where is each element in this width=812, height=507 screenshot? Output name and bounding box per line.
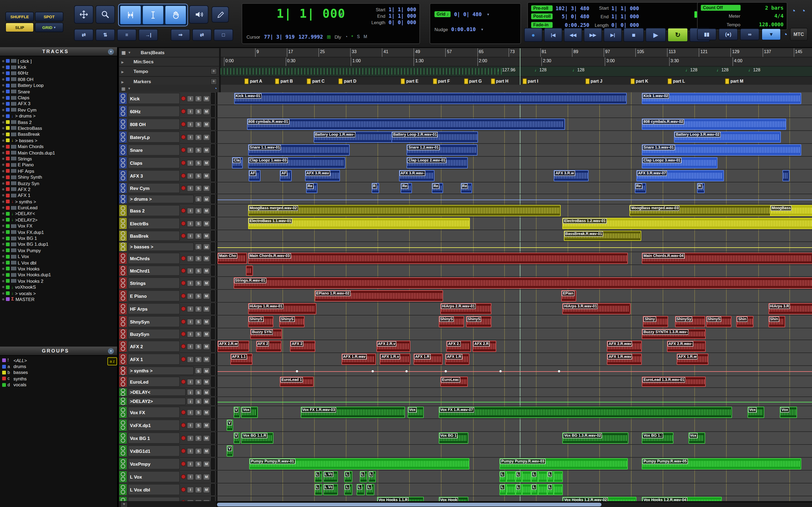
minsec-ruler-header[interactable]: ▶ Min:Secs xyxy=(119,57,221,66)
audio-clip[interactable]: L Vc xyxy=(323,471,338,482)
mute-button[interactable]: M xyxy=(203,196,210,202)
mtc-button[interactable]: MTC xyxy=(790,28,808,41)
mute-button[interactable]: M xyxy=(203,486,210,493)
track-freeze-icon[interactable] xyxy=(121,137,125,142)
track-lane[interactable]: AFAFAFX 3.R.wavAFX 3.R.wav-AFX 3.R.wAFX … xyxy=(217,170,812,182)
solo-button[interactable]: S xyxy=(195,243,202,250)
track-list-item[interactable]: Kick xyxy=(2,64,117,70)
solo-button[interactable]: S xyxy=(195,486,202,493)
track-color-tab[interactable] xyxy=(119,433,127,444)
track-color-tab[interactable] xyxy=(119,407,127,418)
record-enable-button[interactable] xyxy=(181,281,186,285)
record-enable-button[interactable] xyxy=(181,449,186,453)
track-visibility-dot[interactable] xyxy=(2,274,4,276)
audio-clip[interactable]: 808 cymbals.R.wav-01 xyxy=(247,119,565,130)
audio-clip[interactable]: Vox Hooks 1.2.R.wav-04 xyxy=(642,497,721,501)
track-color-tab[interactable] xyxy=(119,388,127,396)
track-name-button[interactable]: VoxPmpy xyxy=(128,458,180,469)
track-list-item[interactable]: HF Arps xyxy=(2,168,117,174)
marker-item[interactable]: part C xyxy=(307,78,325,84)
audio-clip[interactable] xyxy=(506,484,516,495)
track-list-item[interactable]: AFX 1 xyxy=(2,192,117,199)
track-lane[interactable] xyxy=(217,194,812,204)
audio-clip[interactable]: Shin xyxy=(768,316,785,327)
automation-breakpoint[interactable] xyxy=(371,370,373,372)
audio-clip[interactable]: AFX 2.R.w xyxy=(217,341,249,352)
bars-ruler-header[interactable]: ▦ ▼ Bars|Beats xyxy=(119,48,221,57)
track-name-button[interactable]: 60Hz xyxy=(128,106,180,117)
bars-ruler-lane[interactable]: 9172533414957657381899710511312112913714… xyxy=(221,48,812,57)
audio-clip[interactable]: L xyxy=(516,471,522,482)
audio-clip[interactable]: ElectroBass 1.1.wav-01 xyxy=(248,218,470,229)
audio-clip[interactable]: Vox xyxy=(241,407,258,418)
track-name-button[interactable]: > basses > xyxy=(128,242,194,251)
track-options-icon[interactable] xyxy=(121,171,125,175)
track-freeze-icon[interactable] xyxy=(121,464,125,469)
audio-clip[interactable]: L xyxy=(315,471,322,482)
tab-to-transient-button[interactable]: →| xyxy=(139,29,158,41)
track-lane[interactable]: LL VcLLLLLLL xyxy=(217,470,812,483)
mute-button[interactable]: M xyxy=(203,356,210,362)
track-freeze-icon[interactable] xyxy=(121,382,125,386)
track-visibility-dot[interactable] xyxy=(2,158,4,160)
track-lane[interactable] xyxy=(217,105,812,117)
solo-button[interactable]: S xyxy=(195,499,202,501)
track-options-icon[interactable] xyxy=(121,253,125,258)
track-list-item[interactable]: 808 OH xyxy=(2,76,117,82)
input-monitor-button[interactable]: I xyxy=(187,356,194,362)
audio-clip[interactable] xyxy=(538,484,547,495)
audio-clip[interactable]: MoogBass xyxy=(770,205,812,216)
solo-button[interactable]: S xyxy=(195,172,202,179)
record-enable-button[interactable] xyxy=(181,410,186,415)
trim-tool-button[interactable] xyxy=(120,5,141,25)
input-monitor-button[interactable]: I xyxy=(187,185,194,191)
mute-button[interactable]: M xyxy=(203,95,210,102)
track-lane[interactable]: ShinySShinySShinySShinySShinyShinySyShin… xyxy=(217,316,812,328)
tempo-mark[interactable]: ♩128 xyxy=(716,68,728,72)
solo-button[interactable]: S xyxy=(195,220,202,227)
audio-clip[interactable]: AFX 1.R xyxy=(445,353,469,365)
track-lane[interactable]: 808 cymbals.R.wav-01808 cymbals.R.wav-02 xyxy=(217,118,812,130)
audio-clip[interactable]: MoogBass merged.wav-02 xyxy=(248,205,561,216)
input-monitor-button[interactable]: I xyxy=(187,280,194,286)
audio-clip[interactable]: AFX 2.R.wav- xyxy=(667,341,706,352)
input-monitor-button[interactable]: I xyxy=(187,207,194,214)
track-name-button[interactable]: Bass 2 xyxy=(128,205,180,216)
track-list-item[interactable]: Rev Cym xyxy=(2,107,117,113)
track-name-button[interactable]: > synths > xyxy=(128,367,194,375)
track-freeze-icon[interactable] xyxy=(121,371,125,375)
input-monitor-button[interactable]: I xyxy=(187,319,194,325)
track-visibility-dot[interactable] xyxy=(2,201,4,203)
tempo-mark[interactable]: ♩127.96 xyxy=(497,68,515,72)
audio-clip[interactable]: ElectroBass 1.2.wav-01 xyxy=(563,218,812,229)
audio-clip[interactable]: Vox BG 1.: xyxy=(642,433,673,444)
audio-clip[interactable]: AFX 2.R.wav xyxy=(607,341,642,352)
track-list-item[interactable]: Main Chords xyxy=(2,144,117,150)
track-color-tab[interactable] xyxy=(119,290,127,301)
mute-button[interactable]: M xyxy=(203,220,210,227)
group-list-item[interactable]: csynths xyxy=(2,376,117,382)
audio-clip[interactable]: L xyxy=(345,471,352,482)
input-monitor-button[interactable]: I xyxy=(187,409,194,415)
mute-button[interactable]: M xyxy=(203,121,210,127)
audio-clip[interactable]: Main Cho xyxy=(217,253,247,264)
track-visibility-dot[interactable] xyxy=(2,286,4,288)
audio-clip[interactable]: AFX 2 xyxy=(256,341,282,352)
input-monitor-button[interactable]: I xyxy=(187,108,194,115)
audio-clip[interactable]: Pumpy Pumpy.R.wav-05 xyxy=(642,458,801,469)
track-list-item[interactable]: L Vox xyxy=(2,253,117,260)
track-visibility-dot[interactable] xyxy=(2,231,4,233)
track-color-tab[interactable] xyxy=(119,106,127,117)
track-lane[interactable]: LL VcLLLLLLL xyxy=(217,484,812,496)
audio-clip[interactable]: Vox xyxy=(748,407,764,418)
solo-button[interactable]: S xyxy=(195,207,202,214)
track-list-item[interactable]: Bass 2 xyxy=(2,119,117,125)
online-button[interactable]: ● xyxy=(524,28,543,42)
tempo-ruler-header[interactable]: ▶ Tempo + xyxy=(119,66,221,77)
audio-clip[interactable]: Re xyxy=(460,183,472,193)
automation-breakpoint[interactable] xyxy=(405,370,408,372)
marker-item[interactable]: part J xyxy=(586,78,603,84)
track-color-tab[interactable] xyxy=(119,419,127,431)
track-freeze-icon[interactable] xyxy=(121,439,125,443)
track-color-tab[interactable] xyxy=(119,93,127,104)
